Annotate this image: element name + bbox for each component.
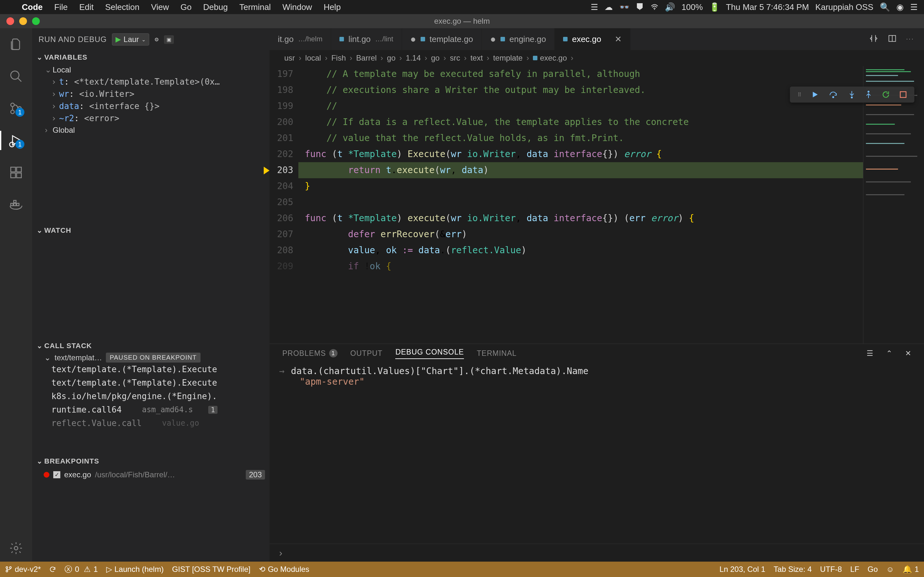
feedback-icon[interactable]: ☺ xyxy=(886,565,894,574)
shield-icon[interactable]: ⛊ xyxy=(633,2,648,12)
sync-icon[interactable] xyxy=(49,566,56,573)
callstack-section-header[interactable]: ⌄CALL STACK xyxy=(32,339,270,353)
menu-view[interactable]: View xyxy=(145,2,175,12)
tab-debug-console[interactable]: DEBUG CONSOLE xyxy=(395,348,464,359)
tab-helm[interactable]: it.go …/helm xyxy=(270,28,331,50)
tab-terminal[interactable]: TERMINAL xyxy=(477,349,517,358)
scope-global[interactable]: ›Global xyxy=(32,124,270,136)
menu-go[interactable]: Go xyxy=(175,2,198,12)
split-editor-icon[interactable] xyxy=(888,34,897,44)
breakpoints-section-header[interactable]: ⌄BREAKPOINTS xyxy=(32,455,270,468)
menu-window[interactable]: Window xyxy=(276,2,318,12)
tab-size[interactable]: Tab Size: 4 xyxy=(774,565,812,574)
glasses-icon[interactable]: 👓 xyxy=(616,2,633,12)
debug-console-input[interactable]: › xyxy=(270,544,924,562)
problems-status[interactable]: ⓧ 0 ⚠ 1 xyxy=(65,564,97,574)
menu-edit[interactable]: Edit xyxy=(73,2,99,12)
user-name[interactable]: Karuppiah OSS xyxy=(812,2,877,12)
breakpoint-row[interactable]: ✓ exec.go /usr/local/Fish/Barrel/… 203 xyxy=(32,468,270,482)
stack-frame[interactable]: text/template.(*Template).Execute xyxy=(32,363,270,376)
debug-status[interactable]: ▷ Launch (helm) xyxy=(106,565,164,574)
extensions-icon[interactable] xyxy=(6,163,26,182)
debug-console-output[interactable]: →data.(chartutil.Values)["Chart"].(*char… xyxy=(270,363,924,544)
step-over-button[interactable] xyxy=(829,90,838,99)
panel-close-icon[interactable]: ✕ xyxy=(905,349,911,358)
menu-debug[interactable]: Debug xyxy=(197,2,234,12)
search-icon[interactable] xyxy=(6,67,26,86)
debug-icon[interactable]: 1 xyxy=(6,131,26,150)
configure-gear-icon[interactable]: ⚙ xyxy=(154,37,159,43)
launch-config-dropdown[interactable]: ▶ Laur ⌄ xyxy=(112,33,149,45)
breadcrumb[interactable]: usr› local› Fish› Barrel› go› 1.14› go› … xyxy=(270,50,924,66)
drag-handle-icon[interactable]: ⠿ xyxy=(798,92,801,98)
step-out-button[interactable] xyxy=(865,90,872,99)
tab-exec[interactable]: exec.go ✕ xyxy=(555,28,631,50)
gist-status[interactable]: GIST [OSS TW Profile] xyxy=(172,565,250,574)
stack-frame[interactable]: runtime.call64 asm_amd64.s 1 xyxy=(32,403,270,416)
variable-row[interactable]: ›t: <*text/template.Template>(0x… xyxy=(32,76,270,88)
scm-icon[interactable]: 1 xyxy=(6,99,26,118)
compare-changes-icon[interactable] xyxy=(869,34,878,44)
minimize-button[interactable] xyxy=(19,17,27,25)
volume-icon[interactable]: 🔊 xyxy=(662,2,678,12)
tab-template[interactable]: ●template.go xyxy=(402,28,482,50)
menu-help[interactable]: Help xyxy=(318,2,347,12)
battery-icon[interactable]: 🔋 xyxy=(706,2,723,12)
menu-terminal[interactable]: Terminal xyxy=(234,2,276,12)
svg-rect-14 xyxy=(14,200,16,203)
encoding[interactable]: UTF-8 xyxy=(820,565,842,574)
language-mode[interactable]: Go xyxy=(867,565,878,574)
svg-point-2 xyxy=(11,103,15,107)
tab-problems[interactable]: PROBLEMS1 xyxy=(282,349,338,358)
callstack-thread[interactable]: ⌄text/templat…PAUSED ON BREAKPOINT xyxy=(32,353,270,363)
variable-row[interactable]: ›wr: <io.Writer> xyxy=(32,88,270,100)
tab-engine[interactable]: ●engine.go xyxy=(482,28,555,50)
close-tab-icon[interactable]: ✕ xyxy=(615,34,622,44)
debug-console-toggle-icon[interactable]: ▣ xyxy=(164,35,174,44)
spotlight-icon[interactable]: 🔍 xyxy=(877,2,893,12)
restart-button[interactable] xyxy=(882,90,890,99)
stack-frame[interactable]: text/template.(*Template).Execute xyxy=(32,376,270,390)
cursor-position[interactable]: Ln 203, Col 1 xyxy=(720,565,766,574)
menu-selection[interactable]: Selection xyxy=(99,2,145,12)
cloud-icon[interactable]: ☁ xyxy=(601,2,616,12)
gutter[interactable]: 197198199200201202203204205206207208209 xyxy=(270,66,298,343)
panel-maximize-icon[interactable]: ⌃ xyxy=(886,349,892,358)
notifications-icon[interactable]: 🔔 1 xyxy=(903,565,919,574)
menu-app[interactable]: Code xyxy=(16,2,48,12)
code-area[interactable]: // A template may be executed safely in … xyxy=(298,66,863,343)
docker-icon[interactable] xyxy=(6,195,26,214)
filter-icon[interactable]: ☰ xyxy=(867,349,873,358)
explorer-icon[interactable] xyxy=(6,35,26,54)
wifi-icon[interactable] xyxy=(648,4,662,10)
more-actions-icon[interactable]: ··· xyxy=(906,36,914,42)
stop-button[interactable] xyxy=(900,91,907,98)
datetime[interactable]: Thu Mar 5 7:46:34 PM xyxy=(723,2,813,12)
tray-icon[interactable]: ☰ xyxy=(588,2,601,12)
tab-output[interactable]: OUTPUT xyxy=(351,349,383,358)
stack-frame[interactable]: reflect.Value.call value.go xyxy=(32,416,270,430)
menu-file[interactable]: File xyxy=(48,2,73,12)
battery-percent: 100% xyxy=(678,2,706,12)
go-modules-status[interactable]: ⟲ Go Modules xyxy=(259,565,309,574)
tab-lint[interactable]: lint.go …/lint xyxy=(331,28,402,50)
stack-frame[interactable]: k8s.io/helm/pkg/engine.(*Engine). xyxy=(32,390,270,403)
minimap[interactable] xyxy=(863,66,924,343)
continue-button[interactable] xyxy=(811,90,819,99)
code-editor[interactable]: 197198199200201202203204205206207208209 … xyxy=(270,66,924,343)
step-into-button[interactable] xyxy=(848,90,855,99)
variable-row[interactable]: ›~r2: <error> xyxy=(32,112,270,124)
close-button[interactable] xyxy=(6,17,14,25)
manage-gear-icon[interactable] xyxy=(6,538,26,558)
variables-section-header[interactable]: ⌄VARIABLES xyxy=(32,51,270,64)
debug-toolbar[interactable]: ⠿ xyxy=(790,87,914,103)
watch-section-header[interactable]: ⌄WATCH xyxy=(32,224,270,237)
scope-local[interactable]: ⌄Local xyxy=(32,64,270,76)
eol[interactable]: LF xyxy=(850,565,859,574)
breakpoint-checkbox[interactable]: ✓ xyxy=(53,471,60,478)
maximize-button[interactable] xyxy=(32,17,40,25)
git-branch[interactable]: dev-v2* xyxy=(5,565,41,574)
variable-row[interactable]: ›data: <interface {}> xyxy=(32,100,270,112)
siri-icon[interactable]: ◉ xyxy=(893,2,907,12)
controls-icon[interactable]: ☰ xyxy=(907,2,921,12)
